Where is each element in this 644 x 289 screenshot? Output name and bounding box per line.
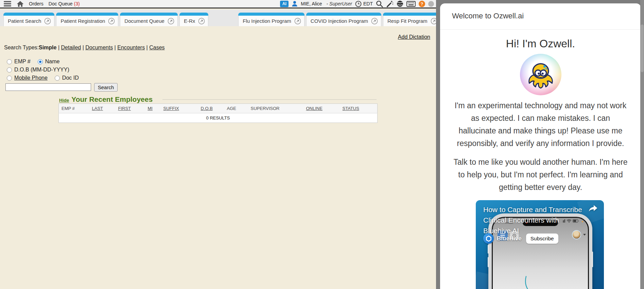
phone-volume-button bbox=[488, 257, 489, 267]
table-row: 0 RESULTS bbox=[59, 113, 378, 123]
open-in-new-tab-icon[interactable] bbox=[294, 18, 301, 25]
radio-name[interactable] bbox=[38, 59, 43, 64]
keyboard-icon[interactable] bbox=[406, 1, 416, 7]
wand-icon[interactable] bbox=[386, 0, 394, 7]
column-header-status[interactable]: STATUS bbox=[340, 104, 378, 113]
open-in-new-tab-icon[interactable] bbox=[44, 18, 51, 25]
user-name[interactable]: MIE, Alice bbox=[301, 1, 322, 6]
user-icon bbox=[292, 1, 298, 7]
assistant-panel: Welcome to Ozwell.ai Hi! I'm Ozwell. I'm… bbox=[436, 0, 644, 289]
tab-label[interactable]: Resp Fit Program bbox=[387, 18, 428, 24]
search-type-simple: Simple bbox=[39, 45, 56, 50]
tab-resp-fit-program[interactable]: Resp Fit Program bbox=[383, 13, 441, 26]
menu-icon[interactable] bbox=[3, 1, 12, 7]
search-type-encounters[interactable]: Encounters bbox=[117, 45, 145, 50]
open-in-new-tab-icon[interactable] bbox=[168, 18, 174, 25]
column-header-suffix[interactable]: SUFFIX bbox=[161, 104, 198, 113]
column-header-first[interactable]: FIRST bbox=[116, 104, 145, 113]
bluehive-logo-icon[interactable] bbox=[483, 233, 494, 244]
radio-doc-id[interactable] bbox=[55, 76, 60, 81]
recent-employees-table: EMP #LASTFIRSTMISUFFIXD.O.BAGESUPERVISOR… bbox=[58, 103, 378, 123]
tab-label[interactable]: E-Rx bbox=[184, 18, 195, 24]
phone-volume-button bbox=[488, 245, 489, 254]
assistant-greeting: Hi! I'm Ozwell. bbox=[440, 37, 641, 50]
recent-employees-title: Your Recent Employees bbox=[71, 95, 153, 103]
search-type-separator: | bbox=[81, 45, 85, 50]
channel-name[interactable]: BlueHive bbox=[497, 235, 522, 242]
radio-emp-number[interactable] bbox=[7, 59, 12, 64]
tab-e-rx[interactable]: E-Rx bbox=[179, 13, 208, 26]
tabstrip: Patient SearchPatient RegistrationDocume… bbox=[0, 10, 436, 26]
tab-label[interactable]: Patient Search bbox=[8, 18, 41, 24]
assistant-disclaimer: I'm an experimental technology and may n… bbox=[453, 99, 628, 150]
search-type-detailed[interactable]: Detailed bbox=[61, 45, 81, 50]
search-type-cases[interactable]: Cases bbox=[149, 45, 164, 50]
search-icon[interactable] bbox=[376, 0, 383, 7]
clock-icon bbox=[355, 1, 362, 7]
main-region: Orders Doc Queue (3) AI MIE, Alice - Sup… bbox=[0, 0, 436, 289]
radio-row-2: D.O.B (MM-DD-YYYY) bbox=[7, 67, 69, 73]
open-in-new-tab-icon[interactable] bbox=[198, 18, 205, 25]
nav-doc-queue[interactable]: Doc Queue (3) bbox=[49, 1, 80, 6]
doc-queue-label: Doc Queue bbox=[49, 1, 73, 6]
video-embed[interactable]: How to Capture and Transcribe Clinical E… bbox=[476, 200, 604, 289]
tab-label[interactable]: COVID Injection Program bbox=[311, 18, 368, 24]
tab-label[interactable]: Document Queue bbox=[124, 18, 164, 24]
radio-doc-id-label: Doc ID bbox=[62, 75, 79, 81]
tab-flu-injection-program[interactable]: Flu Injection Program bbox=[238, 13, 304, 26]
share-icon[interactable] bbox=[588, 205, 598, 213]
open-in-new-tab-icon[interactable] bbox=[371, 18, 378, 25]
tab-accent-bar bbox=[56, 13, 118, 16]
assistant-card: Welcome to Ozwell.ai Hi! I'm Ozwell. I'm… bbox=[440, 3, 641, 289]
recent-employees-header: Hide Your Recent Employees bbox=[59, 95, 153, 103]
hide-link[interactable]: Hide bbox=[59, 98, 69, 103]
tab-patient-search[interactable]: Patient Search bbox=[3, 13, 54, 26]
add-dictation-link[interactable]: Add Dictation bbox=[398, 34, 430, 40]
radio-mobile-phone[interactable] bbox=[7, 76, 12, 81]
column-header-mi[interactable]: MI bbox=[145, 104, 161, 113]
search-type-separator: | bbox=[145, 45, 149, 50]
presence-icon[interactable] bbox=[428, 1, 434, 7]
globe-icon[interactable] bbox=[397, 0, 403, 7]
tab-label[interactable]: Patient Registration bbox=[60, 18, 105, 24]
radio-row-3: Mobile Phone Doc ID bbox=[7, 75, 79, 81]
tab-accent-bar bbox=[306, 13, 381, 16]
radio-dob[interactable] bbox=[7, 67, 12, 73]
tab-accent-bar bbox=[238, 13, 304, 16]
radio-mobile-phone-label[interactable]: Mobile Phone bbox=[14, 75, 48, 81]
ai-badge[interactable]: AI bbox=[280, 1, 289, 7]
column-header-last[interactable]: LAST bbox=[89, 104, 116, 113]
search-input[interactable] bbox=[5, 83, 91, 91]
timezone-label: EDT bbox=[363, 1, 373, 6]
legend-divider bbox=[162, 99, 377, 100]
open-in-new-tab-icon[interactable] bbox=[108, 18, 115, 25]
user-role: - SuperUser bbox=[327, 1, 352, 6]
scrollbar-track[interactable] bbox=[640, 0, 644, 289]
search-type-separator: | bbox=[56, 45, 61, 50]
subscribe-button[interactable]: Subscribe bbox=[526, 234, 558, 244]
octopus-icon bbox=[526, 60, 556, 90]
tab-label[interactable]: Flu Injection Program bbox=[243, 18, 291, 24]
radio-name-label: Name bbox=[45, 59, 60, 65]
search-type-documents[interactable]: Documents bbox=[85, 45, 113, 50]
results-count: 0 RESULTS bbox=[59, 113, 378, 123]
radio-emp-number-label: EMP # bbox=[14, 59, 31, 65]
search-button[interactable]: Search bbox=[94, 83, 118, 92]
octopus-mascot bbox=[520, 54, 561, 95]
search-types: Search Types:Simple | Detailed | Documen… bbox=[4, 45, 165, 51]
help-icon[interactable]: ? bbox=[419, 1, 425, 7]
search-type-separator: | bbox=[113, 45, 117, 50]
signature-stroke bbox=[520, 275, 535, 289]
scrollbar-thumb[interactable] bbox=[641, 25, 644, 72]
column-header-d-o-b[interactable]: D.O.B bbox=[198, 104, 224, 113]
column-header-age: AGE bbox=[224, 104, 248, 113]
video-channel-row: BlueHive Subscribe bbox=[483, 233, 558, 244]
column-header-online[interactable]: ONLINE bbox=[303, 104, 340, 113]
video-title[interactable]: How to Capture and Transcribe Clinical E… bbox=[483, 204, 586, 236]
tab-covid-injection-program[interactable]: COVID Injection Program bbox=[306, 13, 381, 26]
nav-orders[interactable]: Orders bbox=[29, 1, 43, 6]
home-icon[interactable] bbox=[17, 1, 24, 7]
phone-power-button bbox=[592, 252, 593, 267]
tab-patient-registration[interactable]: Patient Registration bbox=[56, 13, 118, 26]
tab-document-queue[interactable]: Document Queue bbox=[120, 13, 178, 26]
